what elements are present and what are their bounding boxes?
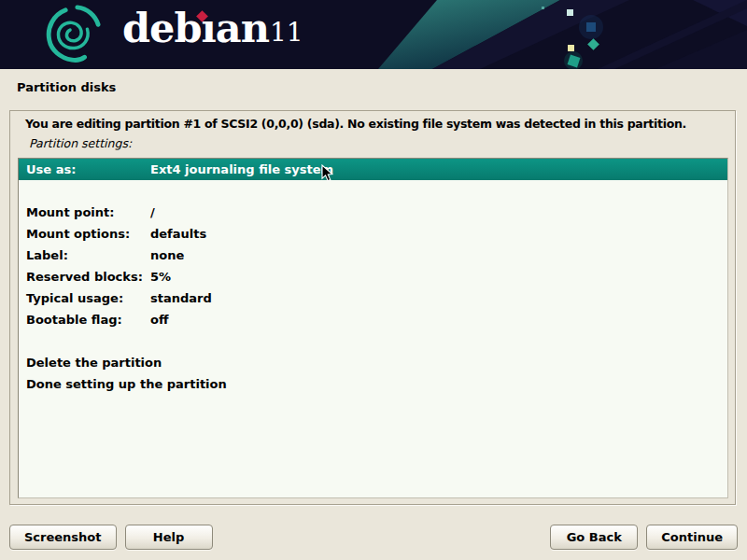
setting-value: none xyxy=(150,245,184,266)
partition-edit-description: You are editing partition #1 of SCSI2 (0… xyxy=(25,117,727,131)
version-number: 11 xyxy=(270,20,303,46)
settings-row[interactable]: Typical usage:standard xyxy=(19,287,727,309)
setting-label: Typical usage: xyxy=(26,287,150,309)
setting-label: Delete the partition xyxy=(26,352,150,373)
setting-value: off xyxy=(150,309,168,330)
setting-label: Use as: xyxy=(26,159,150,180)
banner-background-art xyxy=(0,0,747,69)
setting-value: 5% xyxy=(150,266,171,287)
setting-label: Mount options: xyxy=(26,223,150,245)
brand-wordmark: debıan xyxy=(122,8,269,49)
partition-settings-label: Partition settings: xyxy=(29,136,132,150)
setting-label: Bootable flag: xyxy=(26,309,150,330)
screenshot-button[interactable]: Screenshot xyxy=(9,525,117,550)
continue-button[interactable]: Continue xyxy=(646,525,738,550)
footer-left-buttons: Screenshot Help xyxy=(9,525,213,550)
help-button[interactable]: Help xyxy=(125,525,213,550)
setting-label: Reserved blocks: xyxy=(26,266,150,287)
debian-swirl-logo-icon xyxy=(43,5,101,63)
setting-label: Done setting up the partition xyxy=(26,373,150,395)
setting-value: Ext4 journaling file system xyxy=(150,159,333,180)
setting-value: defaults xyxy=(150,223,206,245)
installer-banner: debıan 11 xyxy=(0,0,747,69)
settings-row[interactable]: Delete the partition xyxy=(19,352,727,373)
footer-right-buttons: Go Back Continue xyxy=(550,525,738,550)
settings-row[interactable]: Label:none xyxy=(19,245,727,266)
setting-label: Label: xyxy=(26,245,150,266)
settings-row xyxy=(19,330,727,352)
settings-row[interactable]: Mount point:/ xyxy=(19,202,727,223)
setting-label: Mount point: xyxy=(26,202,150,223)
page-title: Partition disks xyxy=(17,80,116,94)
settings-list[interactable]: Use as:Ext4 journaling file systemMount … xyxy=(18,158,728,498)
footer-button-bar: Screenshot Help Go Back Continue xyxy=(9,525,738,550)
settings-row[interactable]: Reserved blocks:5% xyxy=(19,266,727,287)
settings-row[interactable]: Done setting up the partition xyxy=(19,373,727,395)
setting-label xyxy=(26,330,150,352)
setting-value: standard xyxy=(150,287,212,309)
setting-label xyxy=(26,180,150,202)
settings-row[interactable]: Bootable flag:off xyxy=(19,309,727,330)
settings-row xyxy=(19,180,727,202)
setting-value: / xyxy=(150,202,155,223)
main-content-frame: You are editing partition #1 of SCSI2 (0… xyxy=(9,110,736,505)
go-back-button[interactable]: Go Back xyxy=(550,525,638,550)
settings-row[interactable]: Use as:Ext4 journaling file system xyxy=(19,159,727,180)
settings-row[interactable]: Mount options:defaults xyxy=(19,223,727,245)
